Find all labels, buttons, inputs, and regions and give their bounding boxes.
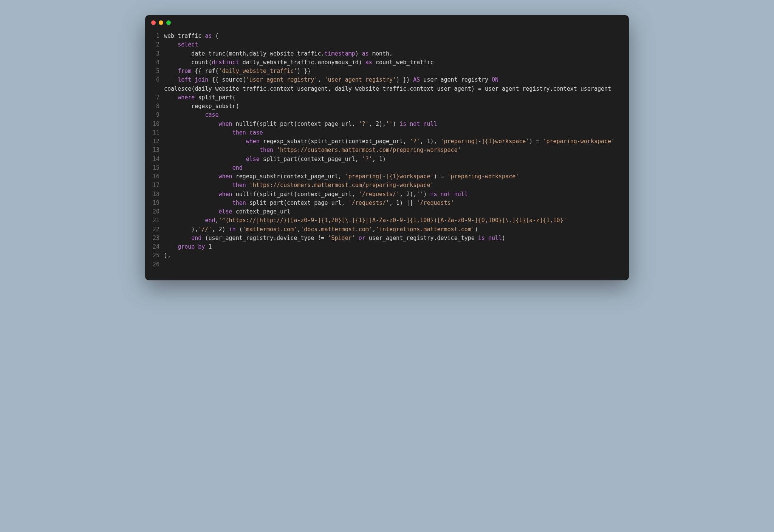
line-number: 21: [145, 216, 164, 225]
line-code: then 'https://customers.mattermost.com/p…: [164, 181, 629, 190]
line-number: 23: [145, 234, 164, 243]
line-code: date_trunc(month,daily_website_traffic.t…: [164, 49, 629, 58]
line-code: then 'https://customers.mattermost.com/p…: [164, 146, 629, 155]
code-line: 23 and (user_agent_registry.device_type …: [145, 234, 629, 243]
code-line: 18 when nullif(split_part(context_page_u…: [145, 190, 629, 199]
code-line: 20 else context_page_url: [145, 207, 629, 216]
minimize-icon[interactable]: [159, 20, 163, 25]
code-line: 26: [145, 260, 629, 269]
line-number: 16: [145, 172, 164, 181]
line-number: 2: [145, 40, 164, 49]
maximize-icon[interactable]: [166, 20, 171, 25]
line-code: select: [164, 40, 629, 49]
code-line: 16 when regexp_substr(context_page_url, …: [145, 172, 629, 181]
line-code: when regexp_substr(split_part(context_pa…: [164, 137, 629, 146]
line-code: web_traffic as (: [164, 32, 629, 40]
line-number: 26: [145, 260, 164, 269]
code-line: 17 then 'https://customers.mattermost.co…: [145, 181, 629, 190]
code-line: 8 regexp_substr(: [145, 102, 629, 111]
line-code: regexp_substr(: [164, 102, 629, 111]
code-line: 14 else split_part(context_page_url, '?'…: [145, 155, 629, 164]
line-code: count(distinct daily_website_traffic.ano…: [164, 58, 629, 67]
code-line: 13 then 'https://customers.mattermost.co…: [145, 146, 629, 155]
line-number: 17: [145, 181, 164, 190]
line-number: 25: [145, 251, 164, 260]
line-number: 14: [145, 155, 164, 164]
code-line: 6 left join {{ source('user_agent_regist…: [145, 76, 629, 93]
line-number: 4: [145, 58, 164, 67]
line-number: 9: [145, 111, 164, 119]
code-line: 4 count(distinct daily_website_traffic.a…: [145, 58, 629, 67]
code-line: 10 when nullif(split_part(context_page_u…: [145, 120, 629, 128]
line-number: 13: [145, 146, 164, 155]
line-number: 15: [145, 164, 164, 172]
code-line: 1web_traffic as (: [145, 32, 629, 40]
line-number: 11: [145, 128, 164, 137]
line-code: case: [164, 111, 629, 119]
line-number: 5: [145, 67, 164, 76]
close-icon[interactable]: [151, 20, 156, 25]
line-code: else context_page_url: [164, 207, 629, 216]
line-number: 7: [145, 93, 164, 102]
line-code: ),'//', 2) in ('mattermost.com','docs.ma…: [164, 225, 629, 234]
code-line: 21 end,'^(https://|http://)([a-z0-9-]{1,…: [145, 216, 629, 225]
code-line: 15 end: [145, 164, 629, 172]
line-code: when nullif(split_part(context_page_url,…: [164, 120, 629, 128]
code-line: 24 group by 1: [145, 243, 629, 251]
line-code: and (user_agent_registry.device_type != …: [164, 234, 629, 243]
code-line: 2 select: [145, 40, 629, 49]
code-line: 19 then split_part(context_page_url, '/r…: [145, 199, 629, 207]
line-number: 24: [145, 243, 164, 251]
code-line: 5 from {{ ref('daily_website_traffic') }…: [145, 67, 629, 76]
code-line: 11 then case: [145, 128, 629, 137]
code-content[interactable]: 1web_traffic as (2 select3 date_trunc(mo…: [145, 30, 629, 280]
line-code: end,'^(https://|http://)([a-z0-9-]{1,20}…: [164, 216, 629, 225]
line-number: 3: [145, 49, 164, 58]
line-number: 19: [145, 199, 164, 207]
line-code: then split_part(context_page_url, '/requ…: [164, 199, 629, 207]
line-code: [164, 260, 629, 269]
line-number: 20: [145, 207, 164, 216]
line-code: end: [164, 164, 629, 172]
line-code: left join {{ source('user_agent_registry…: [164, 76, 629, 93]
line-code: when nullif(split_part(context_page_url,…: [164, 190, 629, 199]
code-line: 22 ),'//', 2) in ('mattermost.com','docs…: [145, 225, 629, 234]
line-code: when regexp_substr(context_page_url, 'pr…: [164, 172, 629, 181]
window-titlebar: [145, 15, 629, 30]
line-code: group by 1: [164, 243, 629, 251]
code-line: 3 date_trunc(month,daily_website_traffic…: [145, 49, 629, 58]
line-number: 12: [145, 137, 164, 146]
line-code: from {{ ref('daily_website_traffic') }}: [164, 67, 629, 76]
line-number: 10: [145, 120, 164, 128]
code-line: 12 when regexp_substr(split_part(context…: [145, 137, 629, 146]
line-code: where split_part(: [164, 93, 629, 102]
line-number: 8: [145, 102, 164, 111]
code-line: 25),: [145, 251, 629, 260]
code-editor-window: 1web_traffic as (2 select3 date_trunc(mo…: [145, 15, 629, 280]
line-code: then case: [164, 128, 629, 137]
line-code: else split_part(context_page_url, '?', 1…: [164, 155, 629, 164]
line-number: 18: [145, 190, 164, 199]
code-line: 7 where split_part(: [145, 93, 629, 102]
code-line: 9 case: [145, 111, 629, 119]
line-number: 1: [145, 32, 164, 40]
line-code: ),: [164, 251, 629, 260]
line-number: 6: [145, 76, 164, 93]
line-number: 22: [145, 225, 164, 234]
